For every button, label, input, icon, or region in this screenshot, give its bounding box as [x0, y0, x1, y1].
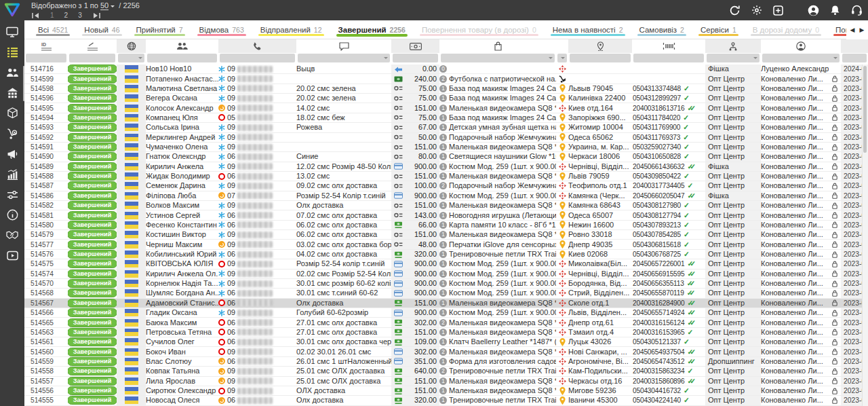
sidebar-item-settings[interactable] [6, 189, 19, 200]
tab-завершений[interactable]: Завершений2256 [330, 20, 414, 39]
tabs-scroll-left-icon[interactable]: ◀ [850, 26, 855, 33]
table-row[interactable]: 514593ЗавершенийСольська Ірина09Рожева67… [24, 123, 868, 132]
filter-input-status[interactable] [69, 54, 115, 62]
filter-input-tracking[interactable] [633, 54, 704, 62]
table-row[interactable]: 514594ЗавершенийКомпанец Юля0518.02 смс … [24, 113, 868, 123]
table-row[interactable]: 514587ЗавершенийСеменюк Дарина0909.02 см… [24, 181, 868, 191]
filter-input-country[interactable] [118, 54, 144, 62]
sidebar-item-company[interactable] [6, 87, 19, 98]
sidebar-item-tutorials[interactable] [6, 250, 19, 261]
table-row[interactable]: 514561ЗавершенийСучилов Олег0630.01 смс … [24, 337, 868, 347]
filter-input-source[interactable] [707, 54, 760, 62]
column-header-date[interactable] [841, 39, 868, 53]
tab-нема-в-наявності[interactable]: Нема в наявності2 [545, 20, 631, 39]
table-row[interactable]: 514590ЗавершенийГнатюк Олексндр06Синие80… [24, 152, 868, 162]
tab-відмова[interactable]: Відмова763 [191, 20, 252, 39]
tabs-scroll-right-icon[interactable]: ▶ [860, 26, 865, 33]
tab-відправлений[interactable]: Відправлений12 [252, 20, 330, 39]
table-row[interactable]: 514577ЗавершенийЧерниш Максим0903.02 смс… [24, 240, 868, 249]
bell-icon[interactable] [830, 5, 840, 16]
table-row[interactable]: 514592ЗавершенийМерклингер Андрей0950.00… [24, 133, 868, 143]
table-row[interactable]: 514558ЗавершенийКовпак Татьяна0925.01 см… [24, 367, 868, 376]
table-row[interactable]: 514598ЗавершенийМалютина Светлана0920.02… [24, 84, 868, 94]
column-header-payment[interactable] [391, 39, 439, 53]
column-header-product[interactable] [439, 39, 556, 53]
sidebar-item-marketing[interactable] [6, 148, 19, 160]
page-size-dropdown[interactable]: 50 [100, 1, 108, 10]
filter-input-order-id[interactable] [26, 54, 66, 62]
app-logo[interactable] [4, 3, 20, 20]
page-number[interactable]: 3 [78, 11, 82, 20]
table-row[interactable]: 514567ЗавершенийАдамовский Станис...06Ол… [24, 299, 868, 308]
table-row[interactable]: 514582ЗавершенийВолков Максим09Олх доста… [24, 201, 868, 210]
table-row[interactable]: 514580ЗавершенийФесенко Константин0606.0… [24, 221, 868, 230]
tab-новый[interactable]: Новый46 [76, 20, 127, 39]
table-row[interactable]: 514570ЗавершенийКорнелюк Надія Та...0930… [24, 279, 868, 289]
table-row[interactable]: 514574ЗавершенийКирилич Анжела Ол...0902… [24, 270, 868, 279]
table-row[interactable]: 514581ЗавершенийУстинов Сергей0607.02 см… [24, 210, 868, 220]
sidebar-item-suppliers[interactable] [6, 128, 19, 139]
sidebar-item-orders[interactable] [6, 46, 19, 58]
sidebar-scrollbar[interactable] [23, 66, 24, 101]
add-square-icon[interactable] [773, 5, 783, 16]
table-row[interactable]: 514560ЗавершенийБокоч Иван0902.02 30.01 … [24, 347, 868, 356]
column-header-country[interactable] [117, 39, 146, 53]
filter-input-carrier[interactable] [557, 54, 567, 62]
table-row[interactable]: 514588ЗавершенийЖидак Володимир0613.02 с… [24, 172, 868, 181]
column-header-phone[interactable] [218, 39, 296, 53]
sidebar-item-partners[interactable] [6, 229, 19, 241]
refresh-icon[interactable] [729, 5, 741, 16]
page-number[interactable]: 1 [50, 11, 54, 20]
column-header-tracking[interactable] [632, 39, 705, 53]
tab-сервіси[interactable]: Сервіси1 [692, 20, 745, 39]
column-header-carrier[interactable] [556, 39, 568, 53]
table-row[interactable]: 514556ЗавершенийСиротюк Олександр09ОЛХ д… [24, 386, 868, 396]
filter-input-manager[interactable] [762, 54, 840, 62]
headset-icon[interactable] [851, 5, 863, 16]
filter-input-customer[interactable] [147, 54, 217, 62]
table-row[interactable]: 514563ЗавершенийПетровська Тетяна0627.01… [24, 328, 868, 337]
tab-в-дорозі-додому[interactable]: В дорозі додому0 [745, 20, 827, 39]
column-header-order-id[interactable]: ID [24, 39, 68, 53]
avatar[interactable] [808, 5, 819, 16]
sidebar-item-info[interactable] [6, 209, 19, 221]
table-row[interactable]: 514566ЗавершенийГладик Оксана09Голубий 6… [24, 308, 868, 318]
tab-повернення-товару-в-дорозі-[interactable]: Повернення товару (в дорозі)0 [414, 20, 545, 39]
first-page-button[interactable] [31, 12, 40, 19]
filter-input-phone[interactable] [220, 54, 295, 62]
column-header-customer[interactable] [146, 39, 218, 53]
tab-самовивіз[interactable]: Самовивіз2 [631, 20, 692, 39]
filter-input-comment[interactable] [298, 54, 390, 62]
table-row[interactable]: 514557ЗавершенийЛила Ярослав0925.01 смс … [24, 377, 868, 386]
table-row[interactable]: 514559ЗавершенийВлас Слотюу0626.01 смс 1… [24, 357, 868, 367]
last-page-button[interactable] [92, 12, 101, 19]
table-row[interactable]: 514599ЗавершенийПотапенко Анастас...0924… [24, 74, 868, 84]
table-row[interactable]: 514565ЗавершенийБаюка Максим0627.01 смс … [24, 318, 868, 327]
sidebar-item-customers[interactable] [6, 67, 19, 78]
vertical-scrollbar[interactable] [862, 64, 868, 406]
table-row[interactable]: 514575ЗавершенийКВІТОВСЬКА ЮЛІЯ09Розмір … [24, 259, 868, 269]
sidebar-item-products[interactable] [6, 107, 19, 119]
filter-input-payment[interactable] [393, 54, 438, 62]
table-row[interactable]: 514589ЗавершенийКирилич Анжела0912.02 см… [24, 162, 868, 172]
column-header-city[interactable] [568, 39, 632, 53]
table-row[interactable]: 514716ЗавершенийНов10 Нов1009Выцв0.000Фі… [24, 64, 868, 74]
tab-всі[interactable]: Всі4521 [30, 20, 76, 39]
table-row[interactable]: 514568ЗавершенийШумляс Богдана Ан...0630… [24, 289, 868, 298]
filter-input-city[interactable] [570, 54, 631, 62]
table-row[interactable]: 514579ЗавершенийКостишин Виктор0906.02 с… [24, 230, 868, 240]
tab-прийнятий[interactable]: Прийнятий7 [128, 20, 191, 39]
page-number[interactable]: 2 [64, 11, 68, 20]
table-row[interactable]: 514586ЗавершенийФіліпова Люба07Розмір 52… [24, 191, 868, 201]
column-header-status[interactable] [68, 39, 117, 53]
table-row[interactable]: 514555ЗавершенийНовосад Олеся06Олх доста… [24, 396, 868, 405]
table-row[interactable]: 514596ЗавершенийВегера Оксана0920.02 смс… [24, 94, 868, 103]
scrollbar-thumb[interactable] [863, 66, 867, 153]
column-header-source[interactable] [705, 39, 761, 53]
column-header-comment[interactable] [296, 39, 391, 53]
filter-input-product[interactable] [441, 54, 555, 62]
sidebar-item-statistics[interactable] [6, 168, 19, 180]
filter-input-date[interactable] [842, 54, 867, 62]
sidebar-item-dashboard[interactable] [6, 26, 19, 37]
table-row[interactable]: 514595ЗавершенийКолосок Александр0914.02… [24, 103, 868, 113]
